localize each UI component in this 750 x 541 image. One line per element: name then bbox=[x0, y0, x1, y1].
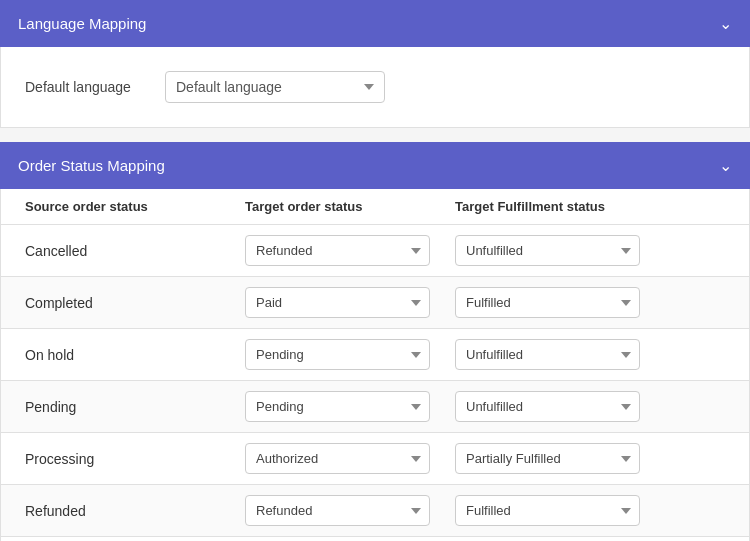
fulfillment-select-refunded[interactable]: FulfilledUnfulfilledPartially Fulfilled bbox=[455, 495, 640, 526]
table-row: Pending PendingRefundedPaidAuthorized Un… bbox=[0, 381, 750, 433]
language-mapping-chevron-icon: ⌄ bbox=[719, 14, 732, 33]
source-status-on-hold: On hold bbox=[25, 347, 245, 363]
target-order-select-pending[interactable]: PendingRefundedPaidAuthorized bbox=[245, 391, 430, 422]
source-status-completed: Completed bbox=[25, 295, 245, 311]
source-status-refunded: Refunded bbox=[25, 503, 245, 519]
target-order-select-on-hold[interactable]: PendingRefundedPaidAuthorized bbox=[245, 339, 430, 370]
language-mapping-content: Default language Default language bbox=[0, 47, 750, 128]
fulfillment-select-on-hold[interactable]: UnfulfilledFulfilledPartially Fulfilled bbox=[455, 339, 640, 370]
language-mapping-header[interactable]: Language Mapping ⌄ bbox=[0, 0, 750, 47]
language-mapping-title: Language Mapping bbox=[18, 15, 146, 32]
source-status-cancelled: Cancelled bbox=[25, 243, 245, 259]
target-order-select-cancelled[interactable]: RefundedPaidPendingAuthorized bbox=[245, 235, 430, 266]
language-mapping-section: Language Mapping ⌄ Default language Defa… bbox=[0, 0, 750, 128]
target-fulfillment-status-header: Target Fulfillment status bbox=[455, 199, 675, 214]
default-language-label: Default language bbox=[25, 79, 145, 95]
source-status-processing: Processing bbox=[25, 451, 245, 467]
source-order-status-header: Source order status bbox=[25, 199, 245, 214]
table-row: Cancelled RefundedPaidPendingAuthorized … bbox=[0, 225, 750, 277]
table-row: Completed PaidRefundedPendingAuthorized … bbox=[0, 277, 750, 329]
table-row: Processing AuthorizedRefundedPaidPending… bbox=[0, 433, 750, 485]
default-language-row: Default language Default language bbox=[25, 65, 725, 109]
table-row: Refunded RefundedPaidPendingAuthorized F… bbox=[0, 485, 750, 537]
fulfillment-select-processing[interactable]: Partially FulfilledUnfulfilledFulfilled bbox=[455, 443, 640, 474]
default-language-select[interactable]: Default language bbox=[165, 71, 385, 103]
order-status-mapping-title: Order Status Mapping bbox=[18, 157, 165, 174]
order-status-mapping-header[interactable]: Order Status Mapping ⌄ bbox=[0, 142, 750, 189]
source-status-pending: Pending bbox=[25, 399, 245, 415]
table-row: On hold PendingRefundedPaidAuthorized Un… bbox=[0, 329, 750, 381]
target-order-status-header: Target order status bbox=[245, 199, 455, 214]
target-order-select-refunded[interactable]: RefundedPaidPendingAuthorized bbox=[245, 495, 430, 526]
fulfillment-select-completed[interactable]: FulfilledUnfulfilledPartially Fulfilled bbox=[455, 287, 640, 318]
target-order-select-processing[interactable]: AuthorizedRefundedPaidPending bbox=[245, 443, 430, 474]
fulfillment-select-cancelled[interactable]: UnfulfilledFulfilledPartially Fulfilled bbox=[455, 235, 640, 266]
order-status-table-header: Source order status Target order status … bbox=[0, 189, 750, 225]
footer-section: Skip Demo Migration Next: Start Free Dem… bbox=[0, 537, 750, 541]
fulfillment-select-pending[interactable]: UnfulfilledFulfilledPartially Fulfilled bbox=[455, 391, 640, 422]
target-order-select-completed[interactable]: PaidRefundedPendingAuthorized bbox=[245, 287, 430, 318]
order-status-mapping-chevron-icon: ⌄ bbox=[719, 156, 732, 175]
order-status-mapping-section: Order Status Mapping ⌄ Source order stat… bbox=[0, 142, 750, 541]
